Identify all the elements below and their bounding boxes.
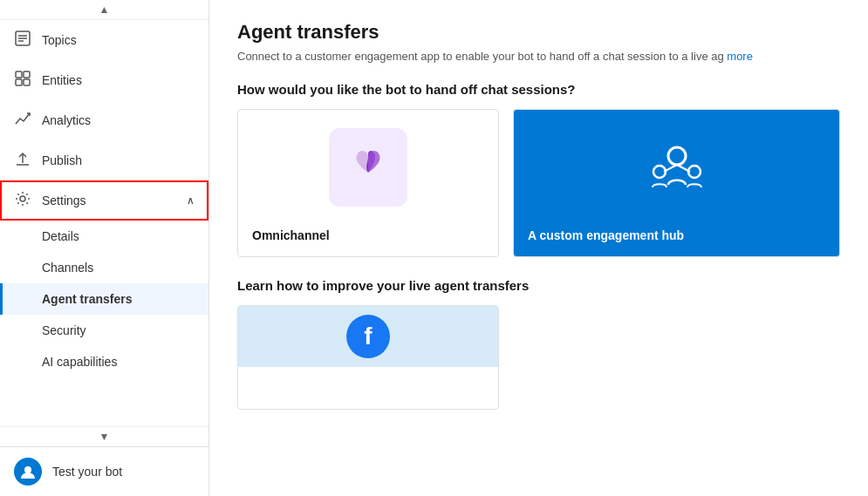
custom-hub-card[interactable]: A custom engagement hub xyxy=(513,109,840,257)
omnichannel-card[interactable]: Omnichannel xyxy=(237,109,499,257)
publish-label: Publish xyxy=(42,153,82,167)
sidebar-sub-security[interactable]: Security xyxy=(0,315,208,346)
facebook-icon: f xyxy=(346,315,390,358)
topics-label: Topics xyxy=(42,33,77,47)
scroll-up-arrow[interactable]: ▲ xyxy=(0,0,208,20)
custom-hub-icon-area xyxy=(528,124,825,211)
test-your-bot-button[interactable]: Test your bot xyxy=(0,446,208,496)
publish-icon xyxy=(14,151,31,170)
test-bot-label: Test your bot xyxy=(52,465,122,479)
settings-label: Settings xyxy=(42,194,86,207)
svg-rect-5 xyxy=(24,71,30,78)
analytics-label: Analytics xyxy=(42,113,91,127)
topics-icon xyxy=(14,31,31,50)
svg-point-11 xyxy=(24,466,31,473)
svg-line-16 xyxy=(677,165,690,172)
security-label: Security xyxy=(42,323,86,337)
bot-avatar-icon xyxy=(14,458,42,486)
page-subtitle: Connect to a customer engagement app to … xyxy=(237,49,840,65)
page-title: Agent transfers xyxy=(237,21,840,44)
channels-label: Channels xyxy=(42,261,93,275)
svg-point-13 xyxy=(653,166,666,178)
sidebar: ▲ Topics Ent xyxy=(0,0,209,496)
sidebar-item-entities[interactable]: Entities xyxy=(0,60,208,100)
svg-rect-7 xyxy=(24,79,30,85)
settings-chevron: ∧ xyxy=(187,194,195,207)
section2-title: Learn how to improve your live agent tra… xyxy=(237,278,840,293)
custom-hub-label: A custom engagement hub xyxy=(528,228,684,242)
agent-transfers-label: Agent transfers xyxy=(42,292,132,306)
analytics-icon xyxy=(14,111,31,130)
sidebar-item-publish[interactable]: Publish xyxy=(0,140,208,180)
subtitle-link[interactable]: more xyxy=(727,50,753,63)
svg-point-14 xyxy=(688,166,701,178)
svg-line-15 xyxy=(664,165,677,172)
entities-icon xyxy=(14,71,31,90)
sidebar-sub-agent-transfers[interactable]: Agent transfers xyxy=(0,283,208,315)
entities-label: Entities xyxy=(42,73,82,87)
omnichannel-icon-area xyxy=(252,124,484,211)
ai-capabilities-label: AI capabilities xyxy=(42,355,117,369)
details-label: Details xyxy=(42,229,79,243)
sidebar-sub-channels[interactable]: Channels xyxy=(0,252,208,283)
sidebar-item-topics[interactable]: Topics xyxy=(0,20,208,60)
learn-card-facebook[interactable]: f xyxy=(237,305,499,410)
learn-cards: f xyxy=(237,305,840,410)
svg-rect-4 xyxy=(16,71,22,78)
sidebar-sub-ai-capabilities[interactable]: AI capabilities xyxy=(0,346,208,377)
main-content: Agent transfers Connect to a customer en… xyxy=(209,0,868,496)
scroll-down-arrow[interactable]: ▼ xyxy=(0,426,208,446)
sidebar-item-settings[interactable]: Settings ∧ xyxy=(0,180,208,221)
custom-hub-logo xyxy=(638,128,716,207)
sidebar-sub-details[interactable]: Details xyxy=(0,221,208,252)
section1-title: How would you like the bot to hand off c… xyxy=(237,82,840,97)
sidebar-item-analytics[interactable]: Analytics xyxy=(0,100,208,140)
subtitle-text: Connect to a customer engagement app to … xyxy=(237,50,724,63)
omnichannel-label: Omnichannel xyxy=(252,228,330,242)
svg-rect-6 xyxy=(16,79,22,85)
sidebar-nav: Topics Entities Analytics xyxy=(0,20,208,426)
omnichannel-logo xyxy=(329,128,407,207)
svg-point-12 xyxy=(668,147,686,165)
learn-card-header: f xyxy=(238,306,498,367)
handoff-cards: Omnichannel xyxy=(237,109,840,257)
settings-icon xyxy=(14,191,31,210)
svg-point-10 xyxy=(20,196,25,201)
